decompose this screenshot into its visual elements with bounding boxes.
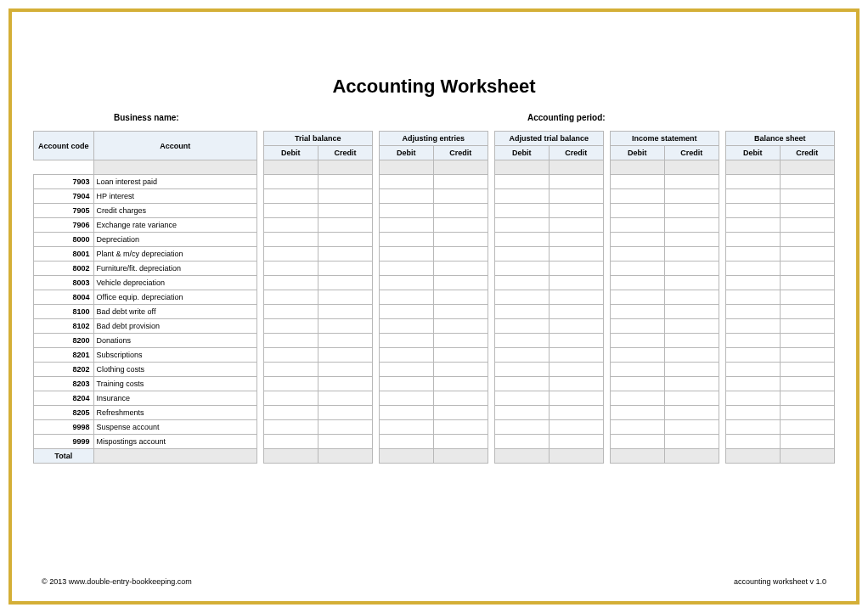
cell-credit[interactable] (549, 247, 603, 262)
cell-credit[interactable] (318, 189, 372, 204)
cell-credit[interactable] (433, 276, 488, 290)
cell-debit[interactable] (263, 189, 318, 204)
cell-credit[interactable] (780, 175, 834, 189)
cell-credit[interactable] (664, 319, 719, 334)
cell-debit[interactable] (494, 435, 549, 449)
cell-debit[interactable] (725, 204, 780, 218)
cell-credit[interactable] (318, 233, 372, 247)
cell-debit[interactable] (263, 391, 318, 406)
cell-debit[interactable] (263, 348, 318, 363)
cell-credit[interactable] (549, 233, 603, 247)
cell-debit[interactable] (610, 377, 664, 391)
cell-credit[interactable] (780, 363, 834, 377)
cell-credit[interactable] (664, 348, 719, 363)
cell-credit[interactable] (549, 334, 603, 348)
cell-debit[interactable] (610, 233, 664, 247)
cell-debit[interactable] (379, 319, 433, 334)
cell-credit[interactable] (318, 348, 372, 363)
cell-credit[interactable] (433, 233, 488, 247)
cell-credit[interactable] (664, 305, 719, 319)
cell-debit[interactable] (263, 262, 318, 276)
cell-debit[interactable] (494, 276, 549, 290)
cell-credit[interactable] (664, 204, 719, 218)
cell-debit[interactable] (610, 175, 664, 189)
cell-credit[interactable] (433, 435, 488, 449)
cell-credit[interactable] (780, 247, 834, 262)
cell-credit[interactable] (318, 391, 372, 406)
cell-credit[interactable] (780, 348, 834, 363)
cell-credit[interactable] (664, 420, 719, 435)
cell-debit[interactable] (263, 334, 318, 348)
cell-credit[interactable] (549, 276, 603, 290)
cell-credit[interactable] (664, 290, 719, 305)
cell-credit[interactable] (549, 218, 603, 233)
cell-credit[interactable] (780, 319, 834, 334)
cell-credit[interactable] (549, 391, 603, 406)
cell-credit[interactable] (318, 406, 372, 420)
cell-debit[interactable] (610, 435, 664, 449)
cell-credit[interactable] (780, 305, 834, 319)
cell-credit[interactable] (664, 233, 719, 247)
cell-credit[interactable] (318, 319, 372, 334)
cell-credit[interactable] (433, 406, 488, 420)
cell-credit[interactable] (664, 175, 719, 189)
cell-debit[interactable] (725, 377, 780, 391)
cell-debit[interactable] (610, 363, 664, 377)
cell-credit[interactable] (549, 420, 603, 435)
cell-credit[interactable] (549, 435, 603, 449)
cell-debit[interactable] (725, 189, 780, 204)
cell-debit[interactable] (725, 247, 780, 262)
cell-credit[interactable] (780, 262, 834, 276)
cell-debit[interactable] (610, 247, 664, 262)
cell-debit[interactable] (725, 233, 780, 247)
cell-credit[interactable] (433, 247, 488, 262)
cell-debit[interactable] (494, 218, 549, 233)
cell-debit[interactable] (379, 290, 433, 305)
cell-debit[interactable] (725, 290, 780, 305)
cell-debit[interactable] (610, 391, 664, 406)
cell-debit[interactable] (379, 406, 433, 420)
cell-debit[interactable] (494, 348, 549, 363)
cell-credit[interactable] (549, 377, 603, 391)
cell-credit[interactable] (318, 218, 372, 233)
cell-debit[interactable] (379, 363, 433, 377)
cell-debit[interactable] (725, 305, 780, 319)
cell-debit[interactable] (494, 334, 549, 348)
cell-credit[interactable] (433, 363, 488, 377)
cell-credit[interactable] (664, 276, 719, 290)
cell-debit[interactable] (610, 262, 664, 276)
cell-debit[interactable] (494, 319, 549, 334)
cell-credit[interactable] (780, 391, 834, 406)
cell-credit[interactable] (549, 363, 603, 377)
cell-debit[interactable] (725, 363, 780, 377)
cell-debit[interactable] (379, 218, 433, 233)
cell-debit[interactable] (725, 435, 780, 449)
cell-credit[interactable] (433, 420, 488, 435)
cell-credit[interactable] (549, 204, 603, 218)
cell-credit[interactable] (664, 334, 719, 348)
cell-credit[interactable] (549, 406, 603, 420)
cell-credit[interactable] (433, 319, 488, 334)
cell-debit[interactable] (379, 189, 433, 204)
cell-debit[interactable] (379, 247, 433, 262)
cell-credit[interactable] (433, 334, 488, 348)
cell-debit[interactable] (379, 305, 433, 319)
cell-debit[interactable] (379, 276, 433, 290)
cell-debit[interactable] (610, 319, 664, 334)
cell-debit[interactable] (263, 435, 318, 449)
cell-credit[interactable] (780, 406, 834, 420)
cell-debit[interactable] (610, 204, 664, 218)
cell-credit[interactable] (318, 290, 372, 305)
cell-credit[interactable] (780, 435, 834, 449)
cell-debit[interactable] (494, 204, 549, 218)
cell-credit[interactable] (433, 175, 488, 189)
cell-debit[interactable] (379, 377, 433, 391)
cell-debit[interactable] (494, 363, 549, 377)
cell-debit[interactable] (263, 247, 318, 262)
cell-credit[interactable] (549, 305, 603, 319)
cell-credit[interactable] (433, 391, 488, 406)
cell-debit[interactable] (494, 233, 549, 247)
cell-debit[interactable] (263, 276, 318, 290)
cell-debit[interactable] (725, 276, 780, 290)
cell-debit[interactable] (725, 348, 780, 363)
